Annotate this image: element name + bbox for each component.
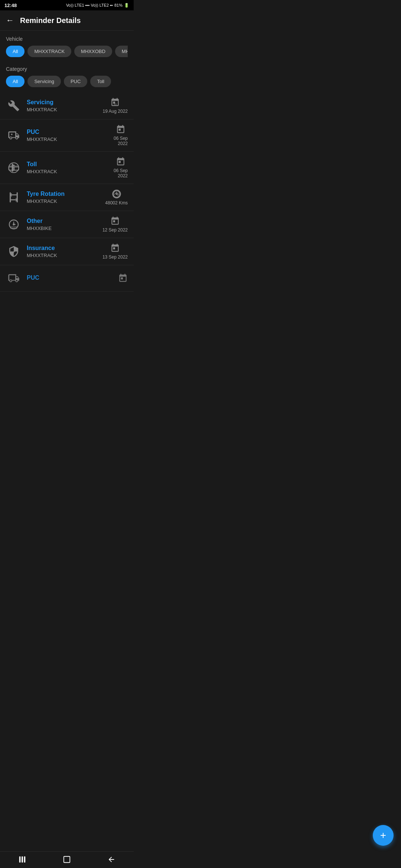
svg-rect-3 bbox=[9, 166, 19, 170]
toll-cal-icon bbox=[116, 157, 125, 167]
svg-point-1 bbox=[11, 134, 13, 135]
servicing-title: Servicing bbox=[27, 99, 103, 106]
vehicle-filter-section: Vehicle All MHXXTRACK MHXXOBD MHXXBIKE bbox=[0, 31, 134, 61]
other-info: Other MHXXBIKE bbox=[27, 218, 102, 231]
puc2-title: PUC bbox=[27, 274, 118, 281]
category-chips: All Servicing PUC Toll bbox=[6, 76, 128, 89]
other-vehicle: MHXXBIKE bbox=[27, 226, 102, 231]
insurance-title: Insurance bbox=[27, 245, 102, 251]
other-date-text: 12 Sep 2022 bbox=[102, 227, 128, 233]
insurance-date-text: 13 Sep 2022 bbox=[102, 254, 128, 260]
tyre-speedometer-icon bbox=[112, 189, 121, 199]
svg-text:30: 30 bbox=[114, 103, 117, 106]
insurance-date: 13 Sep 2022 bbox=[102, 243, 128, 260]
category-chip-puc[interactable]: PUC bbox=[64, 76, 87, 87]
reminder-item-insurance[interactable]: Insurance MHXXTRACK 13 Sep 2022 bbox=[0, 238, 134, 265]
puc2-icon bbox=[6, 270, 22, 286]
toll-date: 06 Sep2022 bbox=[114, 157, 128, 178]
tyre-rotation-icon bbox=[6, 190, 22, 205]
puc-vehicle: MHXXTRACK bbox=[27, 137, 114, 142]
reminder-item-puc[interactable]: PUC MHXXTRACK 06 Sep2022 bbox=[0, 119, 134, 152]
puc-date: 06 Sep2022 bbox=[114, 125, 128, 146]
reminder-item-servicing[interactable]: Servicing MHXXTRACK 30 19 Aug 2022 bbox=[0, 92, 134, 119]
battery-level: 81% bbox=[114, 3, 123, 7]
tyre-rotation-info: Tyre Rotation MHXXTRACK bbox=[27, 191, 105, 204]
category-label: Category bbox=[6, 66, 128, 72]
vehicle-chip-mhxxtrack[interactable]: MHXXTRACK bbox=[27, 46, 71, 57]
toll-title: Toll bbox=[27, 161, 114, 168]
puc2-date bbox=[118, 273, 128, 283]
servicing-icon bbox=[6, 98, 22, 114]
puc2-cal-icon bbox=[118, 273, 128, 283]
reminder-item-other[interactable]: Other MHXXBIKE 12 Sep 2022 bbox=[0, 211, 134, 238]
other-title: Other bbox=[27, 218, 102, 224]
tyre-rotation-date: 48002 Kms bbox=[105, 189, 128, 206]
puc-date-text: 06 Sep2022 bbox=[114, 136, 128, 146]
insurance-cal-icon bbox=[110, 243, 120, 253]
vehicle-chip-mhxxbike[interactable]: MHXXBIKE bbox=[115, 46, 128, 57]
category-chip-all[interactable]: All bbox=[6, 76, 25, 87]
vehicle-label: Vehicle bbox=[6, 36, 128, 42]
reminder-item-tyre-rotation[interactable]: Tyre Rotation MHXXTRACK 48002 Kms bbox=[0, 184, 134, 211]
category-filter-section: Category All Servicing PUC Toll bbox=[0, 61, 134, 91]
status-icons: Vo)) LTE1 ▪▪▪ Vo)) LTE2 ▪▪ 81% 🔋 bbox=[66, 3, 129, 8]
vehicle-chip-all[interactable]: All bbox=[6, 46, 25, 57]
toll-date-text: 06 Sep2022 bbox=[114, 168, 128, 178]
other-cal-icon bbox=[110, 216, 120, 226]
servicing-info: Servicing MHXXTRACK bbox=[27, 99, 103, 112]
toll-icon bbox=[6, 160, 22, 175]
page-title: Reminder Details bbox=[20, 16, 81, 25]
header: ← Reminder Details bbox=[0, 10, 134, 31]
puc-title: PUC bbox=[27, 129, 114, 135]
reminder-item-toll[interactable]: Toll MHXXTRACK 06 Sep2022 bbox=[0, 152, 134, 184]
vehicle-chips: All MHXXTRACK MHXXOBD MHXXBIKE bbox=[6, 46, 128, 59]
insurance-info: Insurance MHXXTRACK bbox=[27, 245, 102, 258]
puc-cal-icon bbox=[116, 125, 125, 134]
toll-vehicle: MHXXTRACK bbox=[27, 169, 114, 174]
back-button[interactable]: ← bbox=[6, 16, 14, 25]
status-bar: 12:48 Vo)) LTE1 ▪▪▪ Vo)) LTE2 ▪▪ 81% 🔋 bbox=[0, 0, 134, 10]
battery-icon: 🔋 bbox=[124, 3, 129, 8]
category-chip-toll[interactable]: Toll bbox=[90, 76, 111, 87]
puc2-info: PUC bbox=[27, 274, 118, 282]
puc-icon bbox=[6, 128, 22, 143]
insurance-icon bbox=[6, 244, 22, 259]
svg-point-9 bbox=[115, 193, 117, 195]
other-icon bbox=[6, 217, 22, 232]
toll-info: Toll MHXXTRACK bbox=[27, 161, 114, 174]
svg-rect-14 bbox=[10, 226, 17, 229]
tyre-rotation-vehicle: MHXXTRACK bbox=[27, 198, 105, 204]
other-date: 12 Sep 2022 bbox=[102, 216, 128, 233]
puc-info: PUC MHXXTRACK bbox=[27, 129, 114, 142]
servicing-date-text: 19 Aug 2022 bbox=[103, 109, 128, 114]
insurance-vehicle: MHXXTRACK bbox=[27, 253, 102, 258]
status-time: 12:48 bbox=[4, 3, 17, 8]
category-chip-servicing[interactable]: Servicing bbox=[27, 76, 61, 87]
servicing-cal-icon: 30 bbox=[110, 98, 120, 107]
servicing-vehicle: MHXXTRACK bbox=[27, 107, 103, 112]
reminder-item-puc2[interactable]: PUC bbox=[0, 265, 134, 292]
tyre-rotation-title: Tyre Rotation bbox=[27, 191, 105, 197]
vehicle-chip-mhxxobd[interactable]: MHXXOBD bbox=[74, 46, 112, 57]
reminder-list: Servicing MHXXTRACK 30 19 Aug 2022 PUC M… bbox=[0, 92, 134, 292]
signal-icon: Vo)) LTE1 ▪▪▪ Vo)) LTE2 ▪▪ bbox=[66, 3, 113, 7]
tyre-rotation-odometer-text: 48002 Kms bbox=[105, 200, 128, 206]
servicing-date: 30 19 Aug 2022 bbox=[103, 98, 128, 114]
